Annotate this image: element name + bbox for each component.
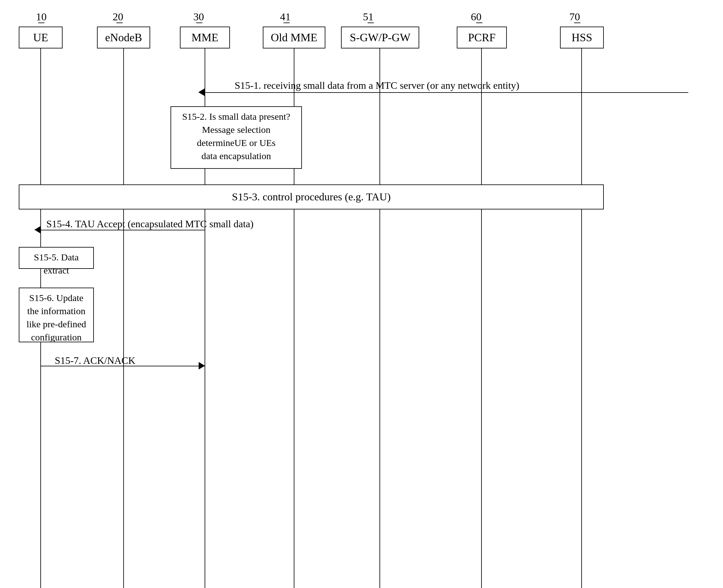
s15-3-box: S15-3. control procedures (e.g. TAU) [19,185,604,209]
tick-UE [38,22,44,23]
s15-5-box: S15-5. Data extract [19,247,94,269]
entity-PCRF: PCRF [457,26,507,48]
entity-SGWPGW: S-GW/P-GW [341,26,419,48]
entity-HSS: HSS [560,26,604,48]
lifeline-PCRF [481,48,482,588]
s15-6-box: S15-6. Update the information like pre-d… [19,288,94,342]
lifeline-HSS [581,48,582,588]
s15-7-label: S15-7. ACK/NACK [55,355,136,366]
num-SGWPGW: 51 [363,11,374,23]
s15-4-arrowhead [35,226,41,233]
s15-1-arrow-line [205,92,688,93]
tick-MME [196,22,202,23]
num-HSS: 70 [569,11,580,23]
tick-HSS [574,22,580,23]
entity-UE: UE [19,26,63,48]
s15-7-arrowhead [199,362,205,370]
tick-PCRF [476,22,482,23]
entity-eNodeB: eNodeB [97,26,150,48]
sequence-diagram: 10 20 30 41 51 60 70 UE eNodeB MME Old M… [0,0,723,588]
tick-SGWPGW [367,22,374,23]
num-PCRF: 60 [471,11,481,23]
num-MME: 30 [193,11,204,23]
tick-OldMME [283,22,290,23]
num-eNodeB: 20 [113,11,123,23]
s15-1-label: S15-1. receiving small data from a MTC s… [235,80,519,91]
entity-OldMME: Old MME [263,26,325,48]
entity-MME: MME [180,26,230,48]
tick-eNodeB [116,22,123,23]
lifeline-eNodeB [123,48,124,588]
s15-1-arrowhead [198,88,205,96]
s15-2-box: S15-2. Is small data present? Message se… [170,106,302,169]
lifeline-SGWPGW [380,48,380,588]
num-UE: 10 [36,11,47,23]
s15-4-label: S15-4. TAU Accept (encapsulated MTC smal… [46,218,254,230]
s15-4-arrow-line [41,230,205,230]
num-OldMME: 41 [280,11,290,23]
